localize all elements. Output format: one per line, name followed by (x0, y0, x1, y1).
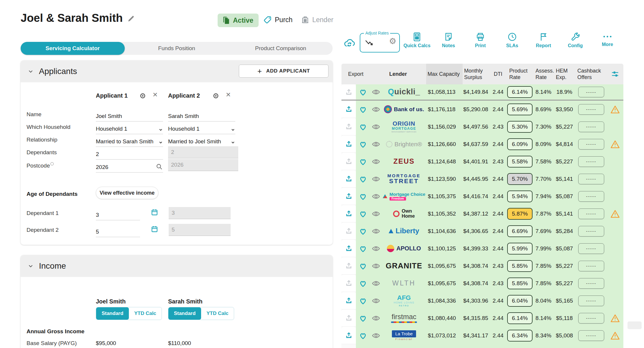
cashback-offers-button[interactable]: ----- (578, 122, 604, 132)
header-assess-rate[interactable]: Assess. Rate (534, 68, 553, 81)
header-lender[interactable]: Lender (370, 71, 426, 78)
product-rate-value[interactable]: 6.04% (507, 295, 533, 307)
report-button[interactable]: Report (528, 32, 559, 48)
export-button[interactable] (341, 153, 356, 170)
view-eye-icon[interactable] (370, 244, 382, 253)
applicant2-name-input[interactable] (168, 113, 235, 119)
applicant1-dependants-input[interactable] (96, 151, 163, 157)
favorite-heart-icon[interactable] (356, 262, 370, 270)
quick-calcs-button[interactable]: Quick Calcs (402, 32, 432, 48)
notes-button[interactable]: Notes (433, 32, 464, 48)
dependant1-calendar-icon[interactable] (150, 208, 159, 216)
applicant1-household-select[interactable]: Household 1 (96, 122, 163, 134)
applicant1-postcode-input[interactable] (96, 164, 155, 170)
export-button[interactable] (341, 327, 356, 344)
view-eye-icon[interactable] (370, 209, 382, 218)
export-button[interactable] (341, 240, 356, 257)
base-salary-applicant1-value[interactable]: $95,000 (96, 340, 116, 347)
toggle-standard[interactable]: Standard (96, 307, 129, 320)
cashback-offers-button[interactable]: ----- (578, 87, 604, 97)
product-rate-value[interactable]: 6.14% (507, 312, 533, 324)
favorite-heart-icon[interactable] (356, 192, 370, 201)
more-button[interactable]: More (592, 32, 623, 47)
product-rate-value[interactable]: 6.69% (507, 225, 533, 237)
print-button[interactable]: Print (465, 32, 496, 48)
rate-trend-icon[interactable] (364, 39, 374, 47)
header-export[interactable]: Export (341, 71, 370, 78)
applicant2-household-select[interactable]: Household 1 (168, 122, 235, 134)
favorite-heart-icon[interactable] (356, 314, 370, 323)
product-rate-value[interactable]: 5.30% (507, 121, 533, 133)
view-eye-icon[interactable] (370, 314, 382, 323)
header-max-capacity[interactable]: Max Capacity (426, 64, 463, 84)
toggle-ytd-calc[interactable]: YTD Calc (129, 307, 162, 320)
product-rate-value[interactable]: 5.69% (507, 104, 533, 115)
view-eye-icon[interactable] (370, 88, 382, 96)
column-settings-icon[interactable] (607, 70, 623, 78)
header-cashback-offers[interactable]: Cashback Offers (576, 68, 607, 81)
dependant2-age-input[interactable] (96, 229, 140, 235)
product-rate-value[interactable]: 5.70% (507, 173, 533, 185)
view-eye-icon[interactable] (370, 122, 382, 131)
cashback-offers-button[interactable]: ----- (578, 139, 604, 150)
favorite-heart-icon[interactable] (356, 227, 370, 236)
export-button[interactable] (341, 205, 356, 222)
export-button[interactable] (341, 257, 356, 275)
applicant1-name-input[interactable] (96, 113, 163, 119)
product-rate-value[interactable]: 6.09% (507, 138, 533, 150)
cashback-offers-button[interactable]: ----- (578, 174, 604, 184)
applicant1-remove-icon[interactable]: × (153, 91, 157, 99)
cashback-offers-button[interactable]: ----- (578, 156, 604, 167)
header-hem-exp[interactable]: HEM Exp. (553, 68, 576, 81)
export-button[interactable] (341, 292, 356, 309)
product-rate-value[interactable]: 5.85% (507, 260, 533, 272)
cashback-offers-button[interactable]: ----- (578, 104, 604, 115)
applicant1-relationship-select[interactable]: Married to Sarah Smith (96, 134, 163, 147)
favorite-heart-icon[interactable] (356, 122, 370, 131)
favorite-heart-icon[interactable] (356, 105, 370, 114)
cloud-sync-icon[interactable] (343, 37, 356, 48)
applicant2-relationship-select[interactable]: Married to Joel Smith (168, 134, 235, 147)
view-eye-icon[interactable] (370, 227, 382, 236)
export-button[interactable] (341, 275, 356, 292)
cashback-offers-button[interactable]: ----- (578, 191, 604, 202)
applicant1-visibility-icon[interactable] (139, 92, 147, 100)
cashback-offers-button[interactable]: ----- (578, 226, 604, 237)
export-button[interactable] (341, 135, 356, 153)
tab-servicing-calculator[interactable]: Servicing Calculator (21, 42, 125, 55)
export-button[interactable] (341, 170, 356, 188)
add-applicant-button[interactable]: + ADD APPLICANT (239, 65, 328, 78)
product-rate-value[interactable]: 6.14% (507, 86, 533, 98)
slas-button[interactable]: SLAs (497, 32, 528, 48)
view-eye-icon[interactable] (370, 296, 382, 305)
product-rate-value[interactable]: 5.99% (507, 243, 533, 255)
export-button[interactable] (341, 309, 356, 327)
favorite-heart-icon[interactable] (356, 157, 370, 166)
cashback-offers-button[interactable]: ----- (578, 296, 604, 306)
cashback-offers-button[interactable]: ----- (578, 261, 604, 271)
favorite-heart-icon[interactable] (356, 244, 370, 253)
view-eye-icon[interactable] (370, 105, 382, 114)
cashback-offers-button[interactable]: ----- (578, 330, 604, 341)
favorite-heart-icon[interactable] (356, 209, 370, 218)
header-dti[interactable]: DTI (490, 71, 506, 78)
header-product-rate[interactable]: Product Rate (506, 68, 534, 81)
view-eye-icon[interactable] (370, 140, 382, 149)
view-eye-icon[interactable] (370, 279, 382, 288)
cashback-offers-button[interactable]: ----- (578, 243, 604, 254)
tab-funds-position[interactable]: Funds Position (125, 42, 229, 55)
applicant2-visibility-icon[interactable] (212, 92, 220, 100)
base-salary-applicant2-value[interactable]: $110,000 (168, 340, 191, 347)
export-button[interactable] (341, 118, 356, 135)
purchase-tag[interactable]: Purch (263, 15, 293, 24)
edit-pencil-icon[interactable] (127, 14, 136, 23)
product-rate-value[interactable]: 6.34% (507, 330, 533, 342)
view-eye-icon[interactable] (370, 331, 382, 340)
favorite-heart-icon[interactable] (356, 279, 370, 288)
income-section-header[interactable]: Income (21, 255, 333, 277)
product-rate-value[interactable]: 5.85% (507, 278, 533, 289)
rates-settings-gear-icon[interactable]: ⚙ (389, 37, 396, 45)
product-rate-value[interactable]: 5.87% (507, 208, 533, 220)
search-icon[interactable] (155, 163, 163, 170)
favorite-heart-icon[interactable] (356, 88, 370, 96)
